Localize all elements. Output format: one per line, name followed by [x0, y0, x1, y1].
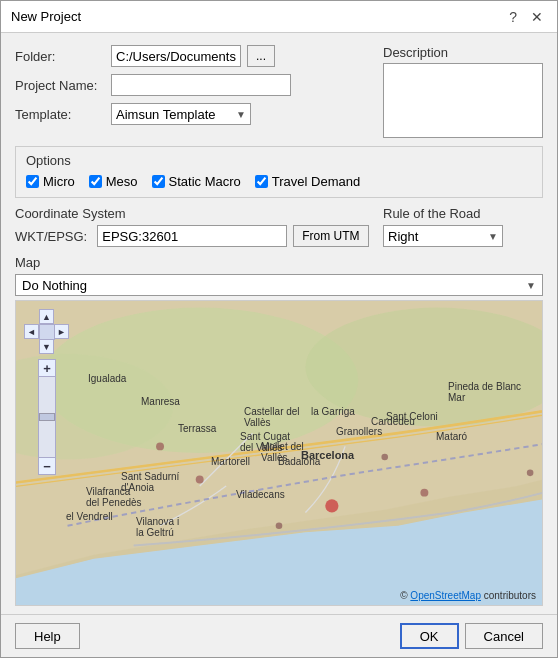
- nav-center-button[interactable]: [39, 324, 55, 340]
- map-container: Barcelona Terrassa Manresa Granollers Sa…: [15, 300, 543, 606]
- nav-right-button[interactable]: ►: [54, 324, 69, 339]
- folder-label: Folder:: [15, 49, 105, 64]
- wkt-input[interactable]: [97, 225, 287, 247]
- folder-row: Folder: ...: [15, 45, 373, 67]
- template-select-wrap: Aimsun Template ▼: [111, 103, 251, 125]
- help-title-button[interactable]: ?: [505, 10, 521, 24]
- option-micro-label: Micro: [43, 174, 75, 189]
- map-svg: [16, 301, 542, 605]
- options-title: Options: [26, 153, 532, 168]
- osm-credit: © OpenStreetMap contributors: [400, 590, 536, 601]
- project-name-input[interactable]: [111, 74, 291, 96]
- cancel-button[interactable]: Cancel: [465, 623, 543, 649]
- map-title: Map: [15, 255, 543, 270]
- option-static-macro[interactable]: Static Macro: [152, 174, 241, 189]
- title-controls: ? ✕: [505, 10, 547, 24]
- option-static-macro-label: Static Macro: [169, 174, 241, 189]
- dialog-title: New Project: [11, 9, 81, 24]
- map-dropdown[interactable]: Do Nothing Import: [16, 275, 542, 295]
- template-row: Template: Aimsun Template ▼: [15, 103, 373, 125]
- svg-point-12: [527, 470, 534, 477]
- description-label: Description: [383, 45, 543, 60]
- close-title-button[interactable]: ✕: [527, 10, 547, 24]
- options-group: Options Micro Meso Static Macro Travel D…: [15, 146, 543, 198]
- options-row: Micro Meso Static Macro Travel Demand: [26, 174, 532, 189]
- zoom-out-button[interactable]: −: [38, 457, 56, 475]
- wkt-label: WKT/EPSG:: [15, 229, 87, 244]
- coordinate-section: Coordinate System WKT/EPSG: From UTM Rul…: [15, 206, 543, 247]
- checkbox-micro[interactable]: [26, 175, 39, 188]
- zoom-slider[interactable]: [38, 377, 56, 457]
- map-dropdown-wrap: Do Nothing Import ▼: [15, 274, 543, 296]
- option-meso-label: Meso: [106, 174, 138, 189]
- nav-down-button[interactable]: ▼: [39, 339, 54, 354]
- template-label: Template:: [15, 107, 105, 122]
- zoom-thumb: [39, 413, 55, 421]
- help-button[interactable]: Help: [15, 623, 80, 649]
- map-navigation: ▲ ◄ ► ▼ + −: [24, 309, 70, 475]
- rule-select-wrap: Right Left ▼: [383, 225, 503, 247]
- map-section: Map Do Nothing Import ▼: [15, 255, 543, 606]
- option-travel-demand[interactable]: Travel Demand: [255, 174, 360, 189]
- rule-select[interactable]: Right Left: [384, 226, 502, 246]
- template-select[interactable]: Aimsun Template: [112, 104, 250, 124]
- coordinate-title: Coordinate System: [15, 206, 373, 221]
- fields-left: Folder: ... Project Name: Template: Aims…: [15, 45, 373, 138]
- nav-up-button[interactable]: ▲: [39, 309, 54, 324]
- zoom-in-button[interactable]: +: [38, 359, 56, 377]
- option-meso[interactable]: Meso: [89, 174, 138, 189]
- folder-input[interactable]: [111, 45, 241, 67]
- browse-button[interactable]: ...: [247, 45, 275, 67]
- coordinate-group: Coordinate System WKT/EPSG: From UTM: [15, 206, 373, 247]
- from-utm-button[interactable]: From UTM: [293, 225, 368, 247]
- project-name-label: Project Name:: [15, 78, 105, 93]
- svg-point-8: [156, 442, 164, 450]
- new-project-dialog: New Project ? ✕ Folder: ... Project Name…: [0, 0, 558, 658]
- svg-point-6: [325, 499, 338, 512]
- checkbox-travel-demand[interactable]: [255, 175, 268, 188]
- svg-point-9: [420, 489, 428, 497]
- zoom-controls: + −: [38, 359, 56, 475]
- option-micro[interactable]: Micro: [26, 174, 75, 189]
- ok-button[interactable]: OK: [400, 623, 459, 649]
- project-name-row: Project Name:: [15, 74, 373, 96]
- title-bar: New Project ? ✕: [1, 1, 557, 33]
- footer: Help OK Cancel: [1, 614, 557, 657]
- rule-group: Rule of the Road Right Left ▼: [383, 206, 543, 247]
- wkt-row: WKT/EPSG: From UTM: [15, 225, 373, 247]
- description-textarea[interactable]: [383, 63, 543, 138]
- svg-point-11: [276, 522, 283, 529]
- description-section: Description: [383, 45, 543, 138]
- checkbox-static-macro[interactable]: [152, 175, 165, 188]
- osm-suffix: contributors: [481, 590, 536, 601]
- footer-right: OK Cancel: [400, 623, 543, 649]
- rule-title: Rule of the Road: [383, 206, 543, 221]
- option-travel-demand-label: Travel Demand: [272, 174, 360, 189]
- nav-left-button[interactable]: ◄: [24, 324, 39, 339]
- checkbox-meso[interactable]: [89, 175, 102, 188]
- nav-cross: ▲ ◄ ► ▼: [24, 309, 70, 355]
- osm-text: ©: [400, 590, 410, 601]
- svg-point-10: [381, 454, 388, 461]
- dialog-content: Folder: ... Project Name: Template: Aims…: [1, 33, 557, 614]
- osm-link[interactable]: OpenStreetMap: [410, 590, 481, 601]
- svg-point-7: [196, 475, 204, 483]
- top-section: Folder: ... Project Name: Template: Aims…: [15, 45, 543, 138]
